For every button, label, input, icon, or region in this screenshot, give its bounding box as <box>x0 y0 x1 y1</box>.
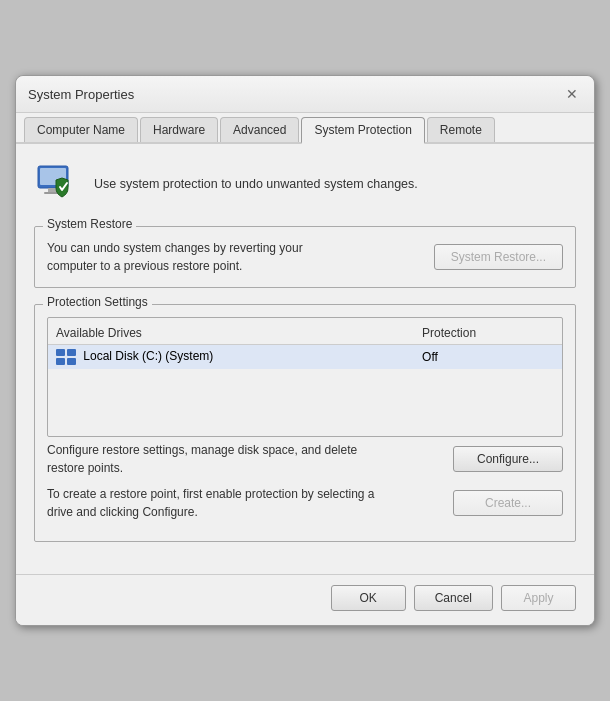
drives-table-wrapper: Available Drives Protection <box>47 317 563 437</box>
create-row: To create a restore point, first enable … <box>47 485 563 521</box>
system-restore-section: System Restore You can undo system chang… <box>34 226 576 288</box>
col-protection: Protection <box>414 322 562 345</box>
tab-system-protection[interactable]: System Protection <box>301 117 424 144</box>
title-bar: System Properties ✕ <box>16 76 594 113</box>
create-text: To create a restore point, first enable … <box>47 485 387 521</box>
col-drives: Available Drives <box>48 322 414 345</box>
configure-button[interactable]: Configure... <box>453 446 563 472</box>
info-section: Use system protection to undo unwanted s… <box>34 160 576 208</box>
configure-row: Configure restore settings, manage disk … <box>47 441 563 477</box>
drive-icon <box>56 349 76 365</box>
system-restore-button[interactable]: System Restore... <box>434 244 563 270</box>
tab-hardware[interactable]: Hardware <box>140 117 218 142</box>
protection-icon <box>34 160 82 208</box>
drive-name-text: Local Disk (C:) (System) <box>83 349 213 363</box>
tab-computer-name[interactable]: Computer Name <box>24 117 138 142</box>
drive-name: Local Disk (C:) (System) <box>48 345 414 370</box>
protection-settings-legend: Protection Settings <box>43 295 152 309</box>
svg-rect-6 <box>67 349 76 356</box>
tab-advanced[interactable]: Advanced <box>220 117 299 142</box>
drive-protection-status: Off <box>414 345 562 370</box>
protection-settings-section: Protection Settings Available Drives Pro… <box>34 304 576 542</box>
configure-text: Configure restore settings, manage disk … <box>47 441 387 477</box>
system-restore-description: You can undo system changes by reverting… <box>47 239 347 275</box>
create-button[interactable]: Create... <box>453 490 563 516</box>
drives-table: Available Drives Protection <box>48 322 562 369</box>
tab-content: Use system protection to undo unwanted s… <box>16 144 594 574</box>
table-row[interactable]: Local Disk (C:) (System) Off <box>48 345 562 370</box>
tab-bar: Computer Name Hardware Advanced System P… <box>16 113 594 144</box>
system-properties-dialog: System Properties ✕ Computer Name Hardwa… <box>15 75 595 626</box>
tab-remote[interactable]: Remote <box>427 117 495 142</box>
svg-rect-5 <box>56 358 65 365</box>
close-button[interactable]: ✕ <box>562 84 582 104</box>
info-text: Use system protection to undo unwanted s… <box>94 177 418 191</box>
protection-bottom: Configure restore settings, manage disk … <box>47 441 563 521</box>
system-restore-inner: You can undo system changes by reverting… <box>47 239 563 275</box>
dialog-title: System Properties <box>28 87 134 102</box>
svg-rect-7 <box>67 358 76 365</box>
cancel-button[interactable]: Cancel <box>414 585 493 611</box>
dialog-footer: OK Cancel Apply <box>16 574 594 625</box>
ok-button[interactable]: OK <box>331 585 406 611</box>
svg-rect-4 <box>56 349 65 356</box>
apply-button[interactable]: Apply <box>501 585 576 611</box>
system-restore-legend: System Restore <box>43 217 136 231</box>
